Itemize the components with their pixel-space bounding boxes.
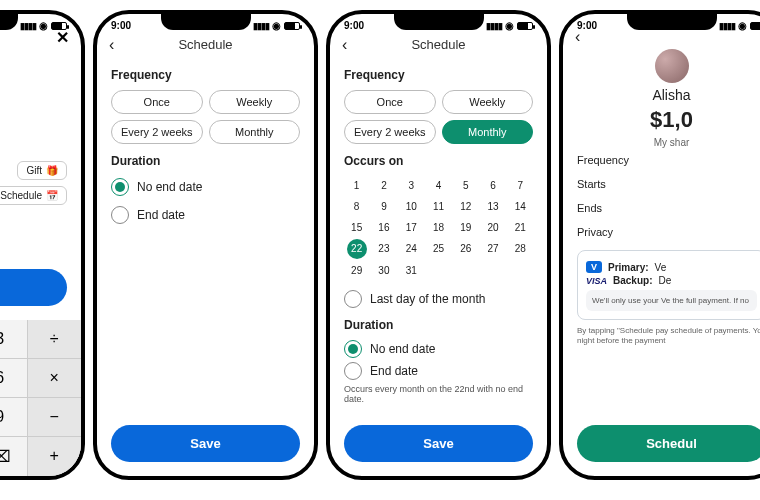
freq-weekly[interactable]: Weekly [209,90,301,114]
radio-label: No end date [370,342,435,356]
freq-monthly[interactable]: Monthly [209,120,301,144]
calendar-day[interactable]: 2 [371,176,396,195]
freq-once[interactable]: Once [111,90,203,114]
gift-chip-label: Gift [26,165,42,176]
radio-last-day[interactable]: Last day of the month [344,290,533,308]
schedule-payment-button[interactable]: Schedul [577,425,760,462]
calendar-day[interactable]: 16 [371,218,396,237]
radio-end-date[interactable]: End date [344,362,533,380]
calendar-day[interactable]: 15 [344,218,369,237]
page-title: Schedule [178,37,232,52]
wifi-icon: ◉ [738,20,747,31]
calendar-day[interactable]: 22 [347,239,367,259]
key-multiply[interactable]: × [28,359,82,397]
row-frequency[interactable]: Frequency [577,148,760,172]
calendar-day[interactable]: 19 [453,218,478,237]
freq-weekly[interactable]: Weekly [442,90,534,114]
calendar-day[interactable]: 20 [480,218,505,237]
notch [161,14,251,30]
calendar-day[interactable]: 17 [399,218,424,237]
battery-icon [750,22,760,30]
visa-icon: VISA [586,276,607,286]
label: Privacy [577,226,613,238]
radio-label: End date [137,208,185,222]
calendar-day[interactable]: 31 [399,261,424,280]
radio-end-date[interactable]: End date [111,206,300,224]
key-3[interactable]: 3 [0,320,27,358]
radio-icon [344,362,362,380]
calendar-day[interactable]: 1 [344,176,369,195]
row-ends[interactable]: Ends [577,196,760,220]
signal-icon: ▮▮▮▮ [20,21,36,31]
signal-icon: ▮▮▮▮ [486,21,502,31]
calendar-day[interactable]: 6 [480,176,505,195]
calendar-icon: 📅 [46,190,58,201]
calendar-day[interactable]: 26 [453,239,478,259]
key-minus[interactable]: − [28,398,82,436]
calendar-day[interactable]: 25 [426,239,451,259]
calendar-day[interactable]: 28 [508,239,533,259]
calendar-day[interactable]: 7 [508,176,533,195]
pay-button[interactable]: Pay [0,269,67,306]
venmo-icon: V [586,261,602,273]
gift-icon: 🎁 [46,165,58,176]
freq-once[interactable]: Once [344,90,436,114]
key-divide[interactable]: ÷ [28,320,82,358]
row-privacy[interactable]: Privacy [577,220,760,244]
phone-schedule-calendar: 9:00 ▮▮▮▮ ◉ ‹ Schedule Frequency Once We… [326,10,551,480]
payment-method-card[interactable]: VPrimary:Ve VISABackup:De We'll only use… [577,250,760,320]
calendar-day[interactable]: 5 [453,176,478,195]
radio-no-end[interactable]: No end date [111,178,300,196]
radio-icon [344,340,362,358]
primary-value: Ve [655,262,667,273]
calendar-day[interactable]: 29 [344,261,369,280]
wifi-icon: ◉ [272,20,281,31]
calendar-day[interactable]: 12 [453,197,478,216]
row-starts[interactable]: Starts [577,172,760,196]
calendar-day[interactable]: 18 [426,218,451,237]
notch [394,14,484,30]
calendar-day[interactable]: 21 [508,218,533,237]
back-icon[interactable]: ‹ [575,28,580,46]
page-title: Schedule [411,37,465,52]
close-icon[interactable]: ✕ [56,28,69,47]
recipient-name: urston [0,89,67,106]
backup-value: De [658,275,671,286]
key-plus[interactable]: + [28,437,82,476]
key-6[interactable]: 6 [0,359,27,397]
calendar-day[interactable]: 9 [371,197,396,216]
occurs-heading: Occurs on [344,154,533,168]
calendar-day[interactable]: 14 [508,197,533,216]
freq-biweekly[interactable]: Every 2 weeks [344,120,436,144]
radio-icon [344,290,362,308]
wifi-icon: ◉ [39,20,48,31]
key-backspace[interactable]: ⌫ [0,437,27,476]
calendar-day[interactable]: 24 [399,239,424,259]
key-9[interactable]: 9 [0,398,27,436]
save-button[interactable]: Save [344,425,533,462]
status-time: 9:00 [111,20,131,31]
keypad: 1 2 3 ÷ 4 5 6 × 7 8 9 − . 0 ⌫ + [0,320,81,476]
calendar-day[interactable]: 4 [426,176,451,195]
calendar-day[interactable]: 23 [371,239,396,259]
schedule-chip[interactable]: Schedule📅 [0,186,67,205]
back-icon[interactable]: ‹ [342,36,347,54]
calendar-day[interactable]: 11 [426,197,451,216]
calendar-day[interactable]: 30 [371,261,396,280]
phone-pay-entry: 9:00 ▮▮▮▮ ◉ ✕ + urston 00 ✕ Gift🎁 Schedu… [0,10,85,480]
avatar [655,49,689,83]
calendar-day[interactable]: 8 [344,197,369,216]
radio-icon [111,178,129,196]
save-button[interactable]: Save [111,425,300,462]
legal-text: By tapping "Schedule pay schedule of pay… [577,326,760,347]
calendar-day[interactable]: 13 [480,197,505,216]
calendar-day[interactable]: 10 [399,197,424,216]
freq-biweekly[interactable]: Every 2 weeks [111,120,203,144]
back-icon[interactable]: ‹ [109,36,114,54]
signal-icon: ▮▮▮▮ [719,21,735,31]
gift-chip[interactable]: Gift🎁 [17,161,67,180]
calendar-day[interactable]: 27 [480,239,505,259]
calendar-day[interactable]: 3 [399,176,424,195]
freq-monthly[interactable]: Monthly [442,120,534,144]
radio-no-end[interactable]: No end date [344,340,533,358]
